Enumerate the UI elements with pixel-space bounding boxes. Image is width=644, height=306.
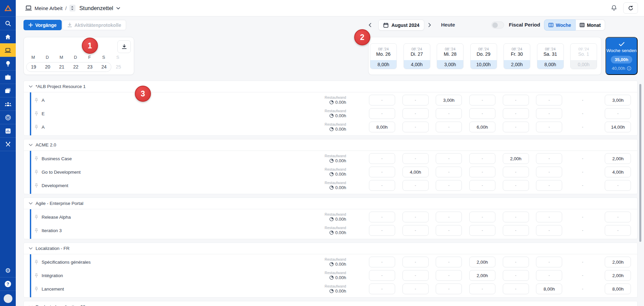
project-group-header[interactable]: *ALB Project Resource 1 bbox=[24, 81, 637, 92]
calendar-date[interactable]: 23 bbox=[83, 64, 97, 70]
hours-input[interactable]: - bbox=[369, 212, 395, 222]
month-picker-button[interactable]: August 2024 bbox=[378, 19, 424, 31]
hours-input[interactable]: - bbox=[536, 108, 562, 119]
project-group-header[interactable]: ACME 2.0 bbox=[24, 139, 637, 151]
hours-input[interactable]: - bbox=[436, 270, 462, 281]
hours-input[interactable]: - bbox=[503, 180, 529, 191]
sidebar-item-goals-target[interactable] bbox=[0, 111, 16, 124]
hours-input[interactable]: - bbox=[369, 108, 395, 119]
hours-input[interactable]: 2,00h bbox=[469, 257, 495, 267]
export-download-button[interactable] bbox=[117, 40, 131, 53]
hours-input[interactable]: - bbox=[503, 225, 529, 236]
sidebar-item-timesheet-laptop[interactable] bbox=[0, 43, 16, 57]
hours-input[interactable]: - bbox=[369, 270, 395, 281]
task-name[interactable]: Iteration 3 bbox=[42, 228, 62, 233]
sidebar-item-briefcase[interactable] bbox=[0, 70, 16, 84]
hours-input[interactable]: - bbox=[402, 122, 429, 132]
calendar-date[interactable]: 19 bbox=[26, 64, 41, 70]
sidebar-item-reports-chart[interactable] bbox=[0, 124, 16, 137]
hours-input[interactable]: - bbox=[402, 257, 429, 267]
aktivitaetenprotokolle-button[interactable]: Aktivitätenprotokolle bbox=[62, 20, 126, 30]
hours-input[interactable]: - bbox=[436, 257, 462, 267]
next-week-chevron[interactable] bbox=[426, 20, 434, 30]
sidebar-item-idea-bulb[interactable] bbox=[0, 57, 16, 70]
pin-icon[interactable] bbox=[34, 215, 39, 220]
hours-input[interactable]: - bbox=[369, 167, 395, 177]
project-group-header[interactable]: Localization - FR bbox=[24, 243, 637, 254]
hours-input[interactable]: 8,00h bbox=[369, 122, 395, 132]
tab-monat[interactable]: Monat bbox=[576, 19, 605, 31]
calendar-date[interactable]: 21 bbox=[55, 64, 69, 70]
hours-input[interactable]: - bbox=[536, 212, 562, 222]
hours-input[interactable]: - bbox=[436, 212, 462, 222]
hours-input[interactable]: - bbox=[469, 180, 495, 191]
hours-input[interactable]: - bbox=[402, 212, 429, 222]
sidebar-item-team-people[interactable] bbox=[0, 97, 16, 111]
hours-input[interactable]: - bbox=[369, 225, 395, 236]
sidebar-item-search[interactable] bbox=[0, 16, 16, 30]
sidebar-item-settings[interactable]: ⚙ bbox=[0, 264, 16, 277]
calendar-date[interactable]: 20 bbox=[41, 64, 55, 70]
hours-input[interactable]: - bbox=[469, 153, 495, 164]
notifications-bell-icon[interactable] bbox=[611, 5, 617, 11]
hours-input[interactable]: - bbox=[536, 180, 562, 191]
hours-input[interactable]: - bbox=[369, 283, 395, 294]
hours-input[interactable]: - bbox=[469, 167, 495, 177]
sidebar-item-tools[interactable] bbox=[0, 137, 16, 151]
task-name[interactable]: A bbox=[42, 125, 45, 130]
hours-input[interactable]: - bbox=[436, 153, 462, 164]
hours-input[interactable]: - bbox=[369, 153, 395, 164]
hours-input[interactable]: - bbox=[503, 167, 529, 177]
week-day-cell[interactable]: 08'.'24Mo. 268,00h bbox=[370, 43, 397, 69]
pin-icon[interactable] bbox=[34, 228, 39, 233]
hours-input[interactable]: 4,00h bbox=[402, 167, 429, 177]
vertical-scrollbar[interactable] bbox=[639, 84, 641, 242]
hours-input[interactable]: - bbox=[402, 95, 429, 105]
hours-input[interactable]: - bbox=[469, 108, 495, 119]
task-name[interactable]: Lancement bbox=[42, 287, 64, 292]
pin-icon[interactable] bbox=[34, 260, 39, 265]
hours-input[interactable]: - bbox=[402, 108, 429, 119]
week-day-cell[interactable]: 09'.'24So. 10,00h bbox=[570, 43, 597, 69]
breadcrumb-root[interactable]: Meine Arbeit bbox=[35, 5, 62, 11]
week-day-cell[interactable]: 08'.'24Di. 274,00h bbox=[404, 43, 430, 69]
prev-week-chevron[interactable] bbox=[366, 20, 374, 30]
task-name[interactable]: Business Case bbox=[42, 156, 72, 161]
submit-week-button[interactable]: Woche senden 35,00h 40,00h bbox=[605, 37, 638, 75]
hours-input[interactable]: 2,00h bbox=[503, 153, 529, 164]
hours-input[interactable]: - bbox=[402, 270, 429, 281]
hours-input[interactable]: - bbox=[402, 180, 429, 191]
sidebar-item-profile[interactable] bbox=[0, 291, 16, 306]
hours-input[interactable]: - bbox=[436, 225, 462, 236]
hours-input[interactable]: - bbox=[436, 108, 462, 119]
hours-input[interactable]: - bbox=[503, 95, 529, 105]
pin-icon[interactable] bbox=[34, 273, 39, 278]
hours-input[interactable]: - bbox=[503, 108, 529, 119]
hours-input[interactable]: 3,00h bbox=[436, 95, 462, 105]
hours-input[interactable]: - bbox=[436, 283, 462, 294]
pin-icon[interactable] bbox=[34, 98, 39, 103]
pin-icon[interactable] bbox=[34, 111, 39, 116]
hours-input[interactable]: - bbox=[369, 180, 395, 191]
hours-input[interactable]: - bbox=[536, 167, 562, 177]
hours-input[interactable]: - bbox=[503, 257, 529, 267]
task-name[interactable]: Release Alpha bbox=[42, 215, 71, 220]
hours-input[interactable]: - bbox=[402, 283, 429, 294]
breadcrumb-current[interactable]: Stundenzettel bbox=[79, 5, 113, 11]
hours-input[interactable]: - bbox=[536, 95, 562, 105]
hours-input[interactable]: - bbox=[536, 122, 562, 132]
hours-input[interactable]: - bbox=[536, 225, 562, 236]
hours-input[interactable]: - bbox=[436, 180, 462, 191]
project-group-header[interactable]: Product - Localization 02 bbox=[24, 301, 637, 306]
sidebar-item-projects-folders[interactable] bbox=[0, 84, 16, 97]
hours-input[interactable]: - bbox=[503, 283, 529, 294]
hours-input[interactable]: - bbox=[402, 225, 429, 236]
hours-input[interactable]: - bbox=[503, 122, 529, 132]
hours-input[interactable]: - bbox=[503, 270, 529, 281]
pin-icon[interactable] bbox=[34, 170, 39, 175]
fiscal-period-toggle[interactable] bbox=[491, 21, 504, 29]
task-name[interactable]: Development bbox=[42, 183, 68, 188]
task-name[interactable]: Intégration bbox=[42, 273, 63, 278]
hours-input[interactable]: - bbox=[536, 153, 562, 164]
hours-input[interactable]: 8,00h bbox=[536, 283, 562, 294]
